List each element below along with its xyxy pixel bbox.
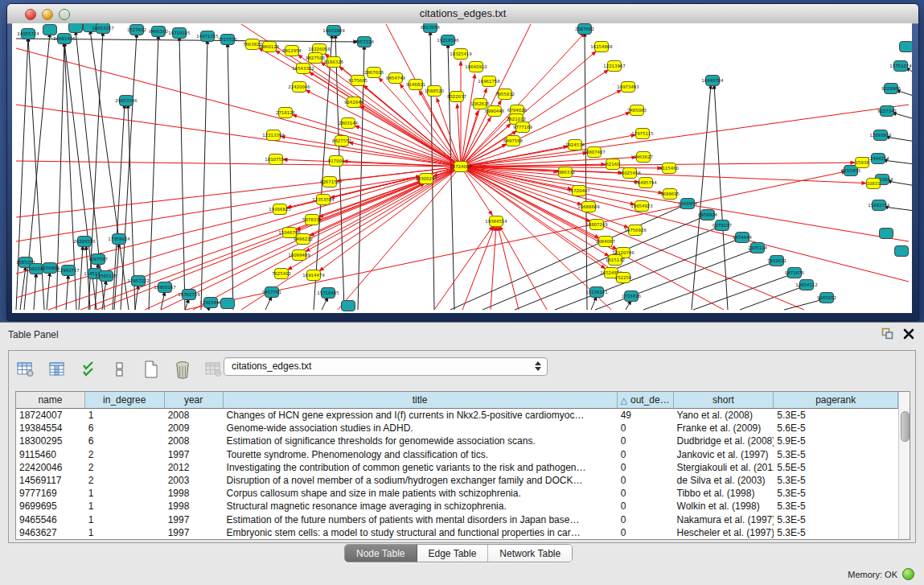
table-cell[interactable]: 9777169	[16, 488, 85, 499]
graph-node[interactable]: 7515526	[218, 35, 238, 45]
table-row[interactable]: 2242004622012Investigating the contribut…	[16, 461, 898, 474]
graph-edge[interactable]	[201, 39, 207, 310]
graph-edge[interactable]	[121, 33, 137, 310]
graph-node[interactable]: 2087682	[575, 24, 594, 35]
graph-node[interactable]: 16543382	[292, 64, 314, 74]
graph-node[interactable]: 9146821	[406, 80, 425, 90]
graph-node[interactable]: 9097587	[88, 254, 108, 265]
graph-node[interactable]: 6497568	[503, 136, 524, 146]
column-header-name[interactable]: name	[16, 392, 85, 408]
table-row[interactable]: 1938455462009Genome-wide association stu…	[16, 422, 898, 435]
graph-edge[interactable]	[360, 106, 461, 167]
table-cell[interactable]: Tibbo et al. (1998)	[674, 488, 774, 499]
table-cell[interactable]: Structural magnetic resonance image aver…	[224, 501, 618, 512]
select-columns-check-icon[interactable]	[78, 359, 99, 380]
graph-node[interactable]: 9329966	[881, 84, 901, 94]
graph-node[interactable]: 1527602	[127, 25, 146, 35]
graph-node[interactable]: 19218596	[437, 35, 459, 46]
table-cell[interactable]: 1	[85, 501, 165, 512]
table-row[interactable]: 1872400712008Changes of HCN gene express…	[16, 409, 898, 422]
table-cell[interactable]: 5.5E-5	[774, 462, 898, 473]
table-cell[interactable]: 1997	[165, 514, 224, 525]
graph-edge[interactable]	[322, 297, 328, 310]
memory-ok-indicator[interactable]	[902, 568, 914, 580]
table-cell[interactable]: de Silva et al. (2003)	[674, 475, 774, 486]
table-cell[interactable]: 0	[618, 514, 674, 525]
graph-node[interactable]: 19384554	[485, 216, 507, 227]
graph-node[interactable]: 1824534	[565, 140, 585, 150]
graph-node[interactable]: 16782759	[178, 290, 200, 300]
graph-edge[interactable]	[97, 182, 423, 310]
graph-node[interactable]: 1362615	[470, 99, 490, 109]
table-cell[interactable]: Disruption of a novel member of a sodium…	[224, 475, 618, 486]
graph-edge[interactable]	[461, 167, 909, 282]
graph-node[interactable]: 20691406	[53, 34, 76, 44]
table-cell[interactable]: Genome-wide association studies in ADHD.	[224, 422, 618, 434]
graph-node[interactable]: 16961758	[478, 76, 500, 87]
table-cell[interactable]: 2	[85, 462, 165, 473]
graph-node[interactable]: 14671355	[196, 31, 218, 42]
table-cell[interactable]: Tourette syndrome. Phenomenology and cla…	[224, 449, 618, 460]
close-panel-icon[interactable]	[903, 328, 914, 340]
network-canvas[interactable]: 2405572420691406106532571527602846616010…	[12, 23, 912, 313]
graph-node[interactable]: 8958924	[698, 210, 718, 220]
table-cell[interactable]: 5.3E-5	[774, 475, 898, 486]
graph-node[interactable]: 6379197	[713, 220, 732, 231]
graph-edge[interactable]	[498, 226, 519, 310]
column-header-out_de[interactable]: △out_de…	[618, 392, 674, 408]
delete-table-icon[interactable]	[172, 359, 193, 380]
graph-edge[interactable]	[293, 115, 461, 167]
graph-edge[interactable]	[461, 167, 492, 215]
table-row[interactable]: 1456911722003Disruption of a novel membe…	[16, 474, 898, 487]
graph-node[interactable]: 1640954	[678, 199, 698, 209]
table-cell[interactable]: 14569117	[16, 475, 85, 486]
column-header-short[interactable]: short	[674, 392, 774, 408]
graph-node[interactable]: 917004	[328, 156, 345, 167]
table-cell[interactable]: 1	[85, 527, 165, 538]
graph-node[interactable]: 9175685	[348, 76, 368, 86]
graph-node[interactable]: 17957222	[127, 276, 149, 286]
graph-node[interactable]: 18099489	[288, 250, 310, 261]
graph-edge[interactable]	[692, 84, 711, 310]
graph-node[interactable]: 7625402	[272, 269, 291, 279]
table-cell[interactable]: 0	[618, 462, 674, 473]
table-cell[interactable]: 1997	[165, 527, 224, 538]
graph-node[interactable]	[221, 299, 235, 309]
graph-node[interactable]	[880, 229, 893, 239]
table-cell[interactable]: 18300295	[16, 435, 85, 447]
table-cell[interactable]: 5.3E-5	[774, 449, 898, 460]
column-header-year[interactable]: year	[165, 392, 224, 408]
graph-node[interactable]: 1588520	[425, 86, 445, 97]
table-cell[interactable]: 2008	[165, 410, 224, 421]
table-cell[interactable]: 0	[618, 449, 674, 460]
table-cell[interactable]: 2	[85, 449, 165, 460]
graph-edge[interactable]	[319, 167, 461, 271]
table-cell[interactable]: 1	[85, 514, 165, 525]
graph-node[interactable]: 7932621	[767, 256, 786, 266]
graph-node[interactable]: 12353594	[312, 195, 335, 205]
tab-node-table[interactable]: Node Table	[345, 545, 417, 562]
table-cell[interactable]: 5.3E-5	[774, 488, 898, 499]
graph-edge[interactable]	[149, 35, 158, 310]
graph-node[interactable]	[342, 301, 355, 311]
table-cell[interactable]: 5.6E-5	[774, 422, 898, 434]
table-cell[interactable]: Stergiakouli et al. (2012)	[674, 462, 774, 473]
graph-node[interactable]	[43, 25, 57, 35]
graph-node[interactable]: 62160	[606, 159, 620, 170]
graph-node[interactable]: 9777169	[513, 122, 533, 133]
table-column-icon[interactable]	[47, 359, 68, 380]
graph-node[interactable]: 8466160	[149, 27, 169, 37]
close-window-button[interactable]	[25, 9, 36, 20]
graph-node[interactable]: 18640910	[465, 62, 487, 72]
table-cell[interactable]: Yano et al. (2008)	[674, 410, 774, 421]
graph-edge[interactable]	[185, 299, 189, 310]
graph-node[interactable]	[69, 23, 83, 33]
table-row[interactable]: 911546021997Tourette syndrome. Phenomeno…	[16, 448, 898, 461]
graph-edge[interactable]	[66, 274, 68, 310]
graph-edge[interactable]	[16, 37, 28, 310]
table-cell[interactable]: 1	[85, 488, 165, 499]
graph-edge[interactable]	[434, 226, 493, 310]
graph-node[interactable]: 8990448	[485, 106, 505, 117]
graph-node[interactable]: 7485063	[627, 105, 647, 116]
table-cell[interactable]: 5.3E-5	[774, 527, 898, 538]
